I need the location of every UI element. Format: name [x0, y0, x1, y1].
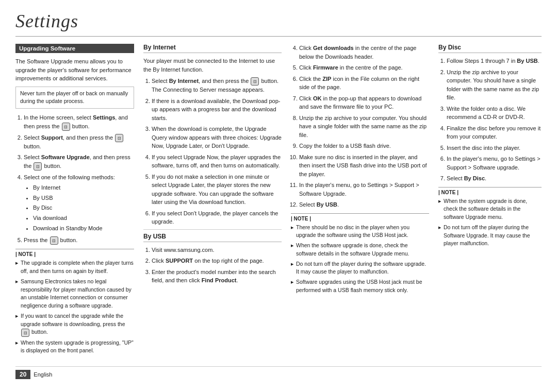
col1-step-1: In the Home screen, select Settings, and… [24, 113, 134, 131]
col3-step-9: Copy the folder to a USB flash drive. [299, 142, 429, 150]
col1-step-4: Select one of the following methods: By … [24, 173, 134, 233]
col3-step-7: Click OK in the pop-up that appears to d… [299, 94, 429, 111]
col1-note-1: The upgrade is complete when the player … [15, 259, 134, 276]
col1-notes-list: The upgrade is complete when the player … [15, 259, 134, 355]
col4-step-2: Unzip the zip archive to your computer. … [447, 68, 542, 102]
col-upgrading-software: Upgrading Software The Software Upgrade … [15, 44, 134, 357]
col4-header: By Disc [438, 44, 542, 53]
col3-step-12: Select By USB. [299, 200, 429, 209]
col4-notes-list: When the system upgrade is done, check t… [438, 197, 542, 248]
btn-icon-4: ⊡ [50, 236, 58, 245]
col1-methods-list: By Internet By USB By Disc Via download … [24, 183, 134, 233]
col2-istep-1: Select By Internet, and then press the ⊡… [152, 77, 282, 94]
main-content-grid: Upgrading Software The Software Upgrade … [15, 44, 542, 357]
col4-step-3: Write the folder onto a disc. We recomme… [447, 105, 542, 122]
col1-step-3: Select Software Upgrade, and then press … [24, 153, 134, 171]
col1-note-3: If you want to cancel the upgrade while … [15, 312, 134, 337]
section-header-upgrading: Upgrading Software [15, 44, 134, 53]
col2-header-usb: By USB [143, 233, 282, 242]
col2-divider [143, 229, 282, 230]
col-usb-cont: Click Get downloads in the centre of the… [291, 44, 429, 357]
col2-ustep-2: Click SUPPORT on the top right of the pa… [152, 257, 282, 265]
col2-ustep-3: Enter the product's model number into th… [152, 268, 282, 285]
col2-header-internet: By Internet [143, 44, 282, 53]
col1-method-download: Via download [33, 214, 134, 223]
col4-step-1: Follow Steps 1 through 7 in By USB. [447, 57, 542, 65]
col2-istep-5: If you do not make a selection in one mi… [152, 173, 282, 207]
col2-istep-6: If you select Don't Upgrade, the player … [152, 209, 282, 226]
page-footer: 20 English [15, 366, 542, 379]
btn-icon-2: ⊡ [115, 134, 123, 142]
col4-step-7: Select By Disc. [447, 174, 542, 183]
col2-internet-steps: Select By Internet, and then press the ⊡… [143, 77, 282, 226]
col4-notes: | NOTE | When the system upgrade is done… [438, 187, 542, 248]
col1-step-5: Press the ⊡ button. [24, 236, 134, 245]
col2-istep-3: When the download is complete, the Upgra… [152, 125, 282, 150]
col4-step-6: In the player's menu, go to Settings > S… [447, 155, 542, 172]
top-divider [15, 36, 542, 37]
col3-step-5: Click Firmware in the centre of the page… [299, 63, 429, 72]
col1-steps-list: In the Home screen, select Settings, and… [15, 113, 134, 245]
col1-method-standby: Download in Standby Mode [33, 224, 134, 233]
col3-steps-list: Click Get downloads in the centre of the… [291, 44, 429, 209]
col1-method-internet: By Internet [33, 183, 134, 193]
btn-icon-1: ⊡ [62, 123, 70, 131]
col3-step-4: Click Get downloads in the centre of the… [299, 44, 429, 61]
col4-note-label: | NOTE | [438, 187, 542, 195]
col2-usb-steps: Visit www.samsung.com. Click SUPPORT on … [143, 246, 282, 285]
col1-notes: | NOTE | The upgrade is complete when th… [15, 249, 134, 355]
col1-warning-box: Never turn the player off or back on man… [15, 87, 134, 109]
col2-istep-2: If there is a download available, the Do… [152, 97, 282, 123]
col3-note-1: There should be no disc in the player wh… [291, 224, 429, 240]
col2-intro: Your player must be connected to the Int… [143, 57, 282, 74]
col2-ustep-1: Visit www.samsung.com. [152, 246, 282, 254]
col4-step-4: Finalize the disc before you remove it f… [447, 124, 542, 141]
col4-step-5: Insert the disc into the player. [447, 144, 542, 152]
col1-method-disc: By Disc [33, 203, 134, 213]
col3-step-8: Unzip the zip archive to your computer. … [299, 114, 429, 140]
col4-note-1: When the system upgrade is done, check t… [438, 197, 542, 221]
col3-note-2: When the software upgrade is done, check… [291, 242, 429, 258]
col3-notes-list: There should be no disc in the player wh… [291, 224, 429, 295]
col-internet-usb: By Internet Your player must be connecte… [143, 44, 282, 357]
btn-icon-3: ⊡ [34, 162, 42, 171]
col1-step-2: Select Support, and then press the ⊡ but… [24, 133, 134, 151]
col3-step-10: Make sure no disc is inserted in the pla… [299, 153, 429, 179]
col3-note-4: Software upgrades using the USB Host jac… [291, 278, 429, 295]
col1-note-4: When the system upgrade is progressing, … [15, 339, 134, 355]
col1-note-2: Samsung Electronics takes no legal respo… [15, 278, 134, 310]
page-title: Settings [15, 10, 542, 32]
page-number: 20 [15, 370, 30, 379]
col3-step-11: In the player's menu, go to Settings > S… [299, 181, 429, 198]
col1-warning-text: Never turn the player off or back on man… [20, 90, 128, 105]
col1-method-usb: By USB [33, 194, 134, 203]
col3-note-label: | NOTE | [291, 213, 429, 221]
btn-icon-6: ⊡ [251, 77, 259, 86]
col-disc: By Disc Follow Steps 1 through 7 in By U… [438, 44, 542, 357]
btn-icon-5: ⊡ [21, 329, 29, 337]
col4-note-2: Do not turn off the player during the So… [438, 224, 542, 248]
footer-lang: English [34, 371, 52, 378]
col1-note-label: | NOTE | [15, 249, 134, 257]
col3-notes: | NOTE | There should be no disc in the … [291, 213, 429, 295]
col4-steps: Follow Steps 1 through 7 in By USB. Unzi… [438, 57, 542, 183]
col3-step-6: Click the ZIP icon in the File column on… [299, 75, 429, 92]
col2-istep-4: If you select Upgrade Now, the player up… [152, 153, 282, 170]
col3-note-3: Do not turn off the player during the so… [291, 260, 429, 277]
col1-intro: The Software Upgrade menu allows you to … [15, 57, 134, 83]
